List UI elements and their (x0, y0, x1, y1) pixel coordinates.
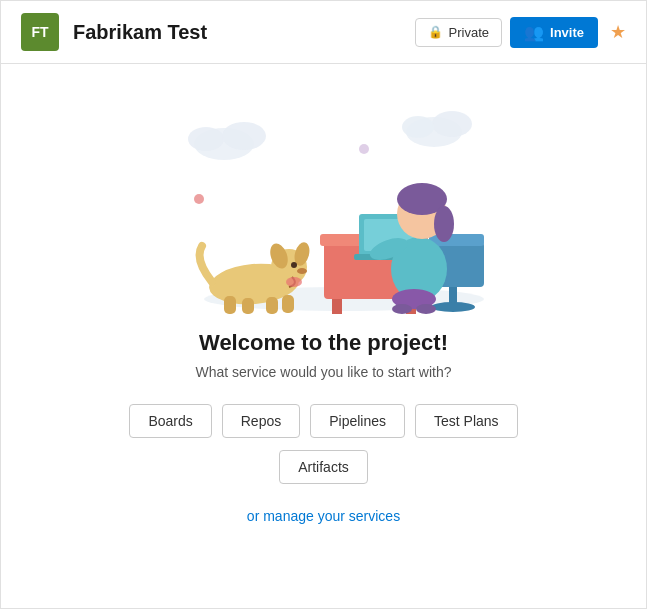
svg-point-33 (291, 262, 297, 268)
private-button[interactable]: 🔒 Private (415, 18, 502, 47)
svg-point-6 (194, 194, 204, 204)
svg-point-19 (431, 302, 475, 312)
svg-point-23 (434, 206, 454, 242)
svg-point-5 (402, 116, 434, 138)
app-window: FT Fabrikam Test 🔒 Private 👥 Invite ★ (0, 0, 647, 609)
svg-point-26 (392, 304, 412, 314)
invite-label: Invite (550, 25, 584, 40)
svg-point-32 (286, 277, 302, 287)
main-content: Welcome to the project! What service wou… (1, 64, 646, 608)
svg-rect-38 (282, 295, 294, 313)
invite-icon: 👥 (524, 23, 544, 42)
project-title: Fabrikam Test (73, 21, 415, 44)
welcome-subtitle: What service would you like to start wit… (196, 364, 452, 380)
svg-point-27 (416, 304, 436, 314)
service-test-plans-button[interactable]: Test Plans (415, 404, 518, 438)
svg-rect-37 (266, 297, 278, 314)
svg-rect-11 (332, 299, 342, 314)
manage-services-link[interactable]: or manage your services (247, 508, 400, 524)
services-row-1: BoardsReposPipelinesTest Plans (129, 404, 517, 438)
invite-button[interactable]: 👥 Invite (510, 17, 598, 48)
welcome-title: Welcome to the project! (199, 330, 448, 356)
svg-point-34 (297, 268, 307, 274)
services-row-2: Artifacts (279, 450, 368, 484)
svg-point-4 (432, 111, 472, 137)
svg-point-2 (188, 127, 224, 151)
header: FT Fabrikam Test 🔒 Private 👥 Invite ★ (1, 1, 646, 64)
illustration (124, 84, 524, 314)
header-actions: 🔒 Private 👥 Invite ★ (415, 17, 626, 48)
svg-rect-35 (224, 296, 236, 314)
svg-point-7 (359, 144, 369, 154)
lock-icon: 🔒 (428, 25, 443, 39)
service-pipelines-button[interactable]: Pipelines (310, 404, 405, 438)
svg-point-1 (222, 122, 266, 150)
service-repos-button[interactable]: Repos (222, 404, 300, 438)
svg-rect-36 (242, 298, 254, 314)
service-artifacts-button[interactable]: Artifacts (279, 450, 368, 484)
favorite-star-icon[interactable]: ★ (610, 21, 626, 43)
private-label: Private (449, 25, 489, 40)
service-boards-button[interactable]: Boards (129, 404, 211, 438)
avatar: FT (21, 13, 59, 51)
